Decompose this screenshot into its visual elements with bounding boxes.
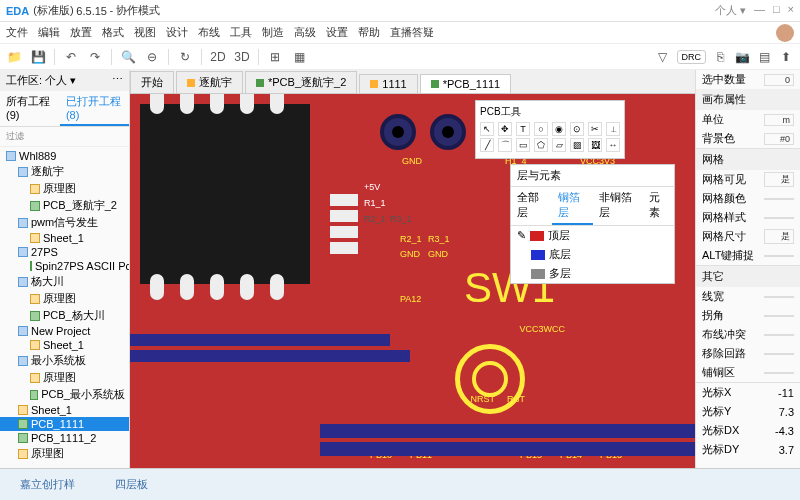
layer-row[interactable]: 多层 xyxy=(511,264,674,283)
tool-via-icon[interactable]: ○ xyxy=(534,122,548,136)
copper-select[interactable] xyxy=(764,372,794,374)
tool-pad-icon[interactable]: ◉ xyxy=(552,122,566,136)
menu-format[interactable]: 格式 xyxy=(102,25,124,40)
menu-view[interactable]: 视图 xyxy=(134,25,156,40)
workspace-label[interactable]: 工作区: 个人 ▾ xyxy=(6,73,76,88)
undo-icon[interactable]: ↶ xyxy=(63,49,79,65)
tree-node[interactable]: pwm信号发生 xyxy=(0,214,129,231)
tab-open-projects[interactable]: 已打开工程(8) xyxy=(60,91,129,126)
via[interactable] xyxy=(430,114,466,150)
menu-live[interactable]: 直播答疑 xyxy=(390,25,434,40)
bom-icon[interactable]: ▤ xyxy=(756,49,772,65)
corner-select[interactable] xyxy=(764,315,794,317)
gridvis-select[interactable]: 是 xyxy=(764,172,794,187)
tree-node[interactable]: PCB_1111 xyxy=(0,417,129,431)
menu-design[interactable]: 设计 xyxy=(166,25,188,40)
tab-all-projects[interactable]: 所有工程(9) xyxy=(0,91,60,126)
unit-select[interactable]: m xyxy=(764,114,794,126)
tool-copper-icon[interactable]: ▨ xyxy=(570,138,584,152)
tool-arc-icon[interactable]: ⌒ xyxy=(498,138,512,152)
doc-tab[interactable]: *PCB_1111 xyxy=(420,74,512,93)
doc-tab[interactable]: 开始 xyxy=(130,71,174,93)
avatar[interactable] xyxy=(776,24,794,42)
filter-input[interactable]: 过滤 xyxy=(0,127,129,147)
tool-hole-icon[interactable]: ⊙ xyxy=(570,122,584,136)
menu-file[interactable]: 文件 xyxy=(6,25,28,40)
minimize-icon[interactable]: — xyxy=(754,3,765,18)
save-icon[interactable]: 💾 xyxy=(30,49,46,65)
menu-advanced[interactable]: 高级 xyxy=(294,25,316,40)
tree-node[interactable]: 原理图 xyxy=(0,290,129,307)
tree-node[interactable]: Sheet_1 xyxy=(0,338,129,352)
tree-node[interactable]: 原理图 xyxy=(0,445,129,462)
tool-rect-icon[interactable]: ▭ xyxy=(516,138,530,152)
bgcolor-input[interactable]: #0 xyxy=(764,133,794,145)
pad[interactable] xyxy=(330,242,358,254)
tree-node[interactable]: 逐航宇 xyxy=(0,163,129,180)
close-icon[interactable]: × xyxy=(788,3,794,18)
tree-node[interactable]: PCB_杨大川 xyxy=(0,307,129,324)
panel-menu-icon[interactable]: ⋯ xyxy=(112,73,123,88)
layer-tab-all[interactable]: 全部层 xyxy=(511,187,552,225)
doc-tab[interactable]: 逐航宇 xyxy=(176,71,243,93)
tree-node[interactable]: PCB_1111_2 xyxy=(0,431,129,445)
layer-row[interactable]: 底层 xyxy=(511,245,674,264)
tool-poly-icon[interactable]: ⬠ xyxy=(534,138,548,152)
layer-tab-elements[interactable]: 元素 xyxy=(643,187,674,225)
menu-help[interactable]: 帮助 xyxy=(358,25,380,40)
tree-node[interactable]: Spin27PS ASCII PcbDoc xyxy=(0,259,129,273)
tree-node[interactable]: Sheet_1 xyxy=(0,403,129,417)
layer-tab-noncopper[interactable]: 非铜箔层 xyxy=(593,187,643,225)
linewidth-input[interactable] xyxy=(764,296,794,298)
layer-row[interactable]: ✎顶层 xyxy=(511,226,674,245)
tree-node[interactable]: PCB_逐航宇_2 xyxy=(0,197,129,214)
zoom-out-icon[interactable]: ⊖ xyxy=(144,49,160,65)
rotate-icon[interactable]: ↻ xyxy=(177,49,193,65)
altsnap-input[interactable] xyxy=(764,255,794,257)
pad[interactable] xyxy=(330,226,358,238)
tree-node[interactable]: Whl889 xyxy=(0,149,129,163)
tool-select-icon[interactable]: ↖ xyxy=(480,122,494,136)
tree-node[interactable]: New Project xyxy=(0,324,129,338)
tool-dim-icon[interactable]: ↔ xyxy=(606,138,620,152)
menu-edit[interactable]: 编辑 xyxy=(38,25,60,40)
layer-tab-copper[interactable]: 铜箔层 xyxy=(552,187,593,225)
tree-node[interactable]: PCB_最小系统板 xyxy=(0,386,129,403)
tool-image-icon[interactable]: 🖼 xyxy=(588,138,602,152)
2d-icon[interactable]: 2D xyxy=(210,49,226,65)
drc-button[interactable]: DRC xyxy=(677,50,707,64)
tree-node[interactable]: 原理图 xyxy=(0,369,129,386)
zoom-icon[interactable]: 🔍 xyxy=(120,49,136,65)
menu-tools[interactable]: 工具 xyxy=(230,25,252,40)
menu-route[interactable]: 布线 xyxy=(198,25,220,40)
tool-line-icon[interactable]: ╱ xyxy=(480,138,494,152)
gridsize-input[interactable]: 是 xyxy=(764,229,794,244)
menu-fab[interactable]: 制造 xyxy=(262,25,284,40)
tool-text-icon[interactable]: T xyxy=(516,122,530,136)
removeloop-select[interactable] xyxy=(764,353,794,355)
tool-region-icon[interactable]: ▱ xyxy=(552,138,566,152)
tool-ruler-icon[interactable]: ⟂ xyxy=(606,122,620,136)
conflict-select[interactable] xyxy=(764,334,794,336)
ic-component[interactable] xyxy=(140,104,310,284)
menu-settings[interactable]: 设置 xyxy=(326,25,348,40)
pcb-canvas[interactable]: GND H1_4 VCC3V3 +5V R1_1 R2_1 R3_1 R2_1 … xyxy=(130,94,695,468)
layer-icon[interactable]: ▦ xyxy=(291,49,307,65)
maximize-icon[interactable]: □ xyxy=(773,3,780,18)
gridcolor-input[interactable] xyxy=(764,198,794,200)
export-icon[interactable]: ⎘ xyxy=(712,49,728,65)
tree-node[interactable]: Sheet_1 xyxy=(0,231,129,245)
tree-node[interactable]: 杨大川 xyxy=(0,273,129,290)
3d-icon[interactable]: 3D xyxy=(234,49,250,65)
share-icon[interactable]: ⬆ xyxy=(778,49,794,65)
tool-measure-icon[interactable]: ✂ xyxy=(588,122,602,136)
grid-icon[interactable]: ⊞ xyxy=(267,49,283,65)
doc-tab[interactable]: *PCB_逐航宇_2 xyxy=(245,71,357,93)
tree-node[interactable]: 原理图 xyxy=(0,180,129,197)
pad[interactable] xyxy=(330,210,358,222)
gridstyle-select[interactable] xyxy=(764,217,794,219)
tool-move-icon[interactable]: ✥ xyxy=(498,122,512,136)
pcb-tools-panel[interactable]: PCB工具 ↖ ✥ T ○ ◉ ⊙ ✂ ⟂ ╱ ⌒ ▭ ⬠ ▱ ▨ xyxy=(475,100,625,159)
cam-icon[interactable]: 📷 xyxy=(734,49,750,65)
doc-tab[interactable]: 1111 xyxy=(359,74,417,93)
